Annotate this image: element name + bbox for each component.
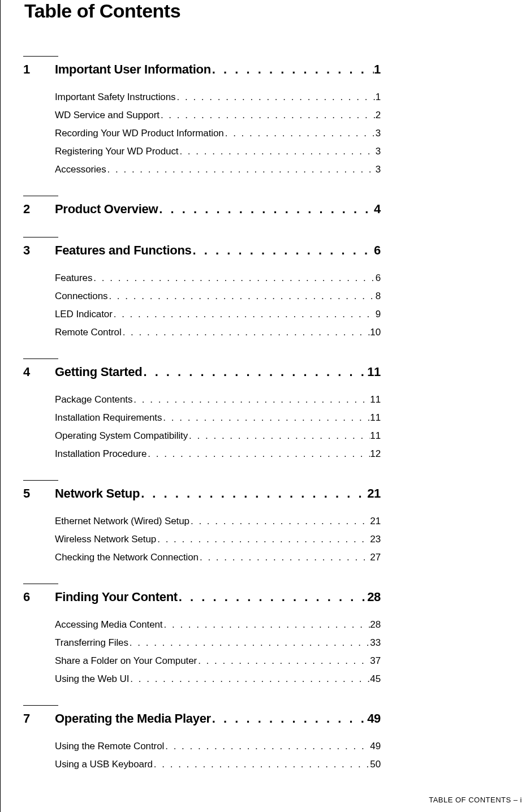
toc-subitem[interactable]: Using the Remote Control. . . . . . . . … (55, 741, 381, 752)
chapter-page: 4 (374, 202, 381, 217)
subitem-page: 21 (370, 516, 381, 527)
leader-dots: . . . . . . . . . . . . . . . . . . . . … (211, 62, 374, 77)
subitem-title: Operating System Compatibility (55, 430, 188, 442)
toc-subitem[interactable]: Ethernet Network (Wired) Setup. . . . . … (55, 516, 381, 527)
toc-subitem[interactable]: Installation Requirements . . . . . . . … (55, 412, 381, 424)
subitem-page: 1 (376, 92, 381, 103)
chapter-title-row: Finding Your Content. . . . . . . . . . … (55, 590, 381, 604)
chapter-page: 1 (374, 62, 381, 77)
subitem-title: Using the Remote Control (55, 741, 164, 752)
toc-subitem[interactable]: Features. . . . . . . . . . . . . . . . … (55, 273, 381, 284)
chapter-number: 2 (23, 202, 55, 217)
chapter-number: 1 (23, 62, 55, 77)
leader-dots: . . . . . . . . . . . . . . . . . . . . … (160, 110, 376, 121)
chapter-title: Important User Information (55, 62, 211, 77)
subitem-page: 3 (376, 128, 381, 139)
leader-dots: . . . . . . . . . . . . . . . . . . . . … (192, 243, 374, 258)
chapter-subitems: Important Safety Instructions. . . . . .… (55, 92, 530, 175)
chapter-heading[interactable]: 3Features and Functions. . . . . . . . .… (23, 243, 530, 258)
toc-subitem[interactable]: Accessing Media Content . . . . . . . . … (55, 619, 381, 630)
toc-subitem[interactable]: Remote Control. . . . . . . . . . . . . … (55, 327, 381, 338)
toc-subitem[interactable]: Using a USB Keyboard . . . . . . . . . .… (55, 759, 381, 770)
toc-subitem[interactable]: Share a Folder on Your Computer. . . . .… (55, 655, 381, 667)
toc-subitem[interactable]: Checking the Network Connection. . . . .… (55, 552, 381, 563)
subitem-title: Share a Folder on Your Computer (55, 655, 197, 667)
leader-dots: . . . . . . . . . . . . . . . . . . . . … (197, 655, 370, 667)
toc-subitem[interactable]: Wireless Network Setup. . . . . . . . . … (55, 534, 381, 545)
leader-dots: . . . . . . . . . . . . . . . . . . . . … (164, 741, 370, 752)
toc-subitem[interactable]: Important Safety Instructions. . . . . .… (55, 92, 381, 103)
leader-dots: . . . . . . . . . . . . . . . . . . . . … (128, 637, 370, 649)
leader-dots: . . . . . . . . . . . . . . . . . . . . … (188, 430, 370, 442)
chapter-heading[interactable]: 7Operating the Media Player. . . . . . .… (23, 711, 530, 726)
subitem-title: Installation Procedure (55, 448, 146, 460)
toc-subitem[interactable]: Registering Your WD Product . . . . . . … (55, 146, 381, 157)
subitem-page: 11 (370, 412, 381, 424)
toc-subitem[interactable]: Using the Web UI. . . . . . . . . . . . … (55, 673, 381, 685)
chapter-heading[interactable]: 1Important User Information. . . . . . .… (23, 62, 530, 77)
subitem-title: Accessories (55, 164, 106, 175)
chapter-title-row: Operating the Media Player. . . . . . . … (55, 711, 381, 726)
chapter: 6Finding Your Content. . . . . . . . . .… (23, 584, 530, 685)
toc-subitem[interactable]: WD Service and Support. . . . . . . . . … (55, 110, 381, 121)
toc-subitem[interactable]: LED Indicator. . . . . . . . . . . . . .… (55, 309, 381, 320)
subitem-title: Using the Web UI (55, 673, 129, 685)
toc-subitem[interactable]: Connections . . . . . . . . . . . . . . … (55, 291, 381, 302)
leader-dots: . . . . . . . . . . . . . . . . . . . . … (142, 365, 367, 379)
chapter-title-row: Network Setup. . . . . . . . . . . . . .… (55, 486, 381, 501)
leader-dots: . . . . . . . . . . . . . . . . . . . . … (107, 291, 375, 302)
chapter: 3Features and Functions. . . . . . . . .… (23, 237, 530, 338)
toc-subitem[interactable]: Operating System Compatibility . . . . .… (55, 430, 381, 442)
subitem-title: Ethernet Network (Wired) Setup (55, 516, 189, 527)
subitem-title: Important Safety Instructions (55, 92, 175, 103)
leader-dots: . . . . . . . . . . . . . . . . . . . . … (156, 534, 370, 545)
leader-dots: . . . . . . . . . . . . . . . . . . . . … (122, 327, 370, 338)
subitem-page: 27 (370, 552, 381, 563)
subitem-page: 11 (370, 430, 381, 442)
leader-dots: . . . . . . . . . . . . . . . . . . . . … (129, 673, 370, 685)
chapter-title-row: Features and Functions. . . . . . . . . … (55, 243, 381, 258)
leader-dots: . . . . . . . . . . . . . . . . . . . . … (140, 486, 367, 501)
chapter-number: 3 (23, 243, 55, 258)
table-of-contents: 1Important User Information. . . . . . .… (23, 56, 530, 770)
subitem-title: Transferring Files (55, 637, 128, 649)
chapter: 2Product Overview. . . . . . . . . . . .… (23, 196, 530, 217)
leader-dots: . . . . . . . . . . . . . . . . . . . . … (162, 412, 370, 424)
toc-subitem[interactable]: Transferring Files. . . . . . . . . . . … (55, 637, 381, 649)
leader-dots: . . . . . . . . . . . . . . . . . . . . … (189, 516, 370, 527)
subitem-title: Remote Control (55, 327, 122, 338)
leader-dots: . . . . . . . . . . . . . . . . . . . . … (211, 711, 367, 726)
leader-dots: . . . . . . . . . . . . . . . . . . . . … (178, 590, 367, 604)
subitem-page: 10 (370, 327, 381, 338)
toc-subitem[interactable]: Recording Your WD Product Information . … (55, 128, 381, 139)
chapter: 7Operating the Media Player. . . . . . .… (23, 705, 530, 770)
subitem-title: Connections (55, 291, 107, 302)
toc-subitem[interactable]: Accessories . . . . . . . . . . . . . . … (55, 164, 381, 175)
subitem-page: 37 (370, 655, 381, 667)
subitem-title: Package Contents (55, 394, 132, 405)
subitem-page: 50 (370, 759, 381, 770)
chapter-heading[interactable]: 6Finding Your Content. . . . . . . . . .… (23, 590, 530, 604)
chapter-page: 49 (367, 711, 381, 726)
chapter-heading[interactable]: 5Network Setup. . . . . . . . . . . . . … (23, 486, 530, 501)
chapter-subitems: Using the Remote Control. . . . . . . . … (55, 741, 530, 770)
toc-subitem[interactable]: Installation Procedure. . . . . . . . . … (55, 448, 381, 460)
toc-subitem[interactable]: Package Contents . . . . . . . . . . . .… (55, 394, 381, 405)
chapter-heading[interactable]: 2Product Overview. . . . . . . . . . . .… (23, 202, 530, 217)
chapter-rule (23, 196, 58, 196)
chapter-heading[interactable]: 4Getting Started . . . . . . . . . . . .… (23, 365, 530, 379)
leader-dots: . . . . . . . . . . . . . . . . . . . . … (175, 92, 375, 103)
leader-dots: . . . . . . . . . . . . . . . . . . . . … (178, 146, 375, 157)
subitem-page: 3 (376, 164, 381, 175)
chapter-title-row: Important User Information. . . . . . . … (55, 62, 381, 77)
page-title: Table of Contents (24, 0, 530, 22)
chapter-subitems: Accessing Media Content . . . . . . . . … (55, 619, 530, 685)
subitem-page: 11 (370, 394, 381, 405)
chapter-subitems: Package Contents . . . . . . . . . . . .… (55, 394, 530, 460)
chapter-title: Operating the Media Player (55, 711, 211, 726)
chapter: 5Network Setup. . . . . . . . . . . . . … (23, 480, 530, 563)
subitem-title: Features (55, 273, 92, 284)
subitem-title: Checking the Network Connection (55, 552, 199, 563)
subitem-page: 9 (376, 309, 381, 320)
chapter: 1Important User Information. . . . . . .… (23, 56, 530, 175)
